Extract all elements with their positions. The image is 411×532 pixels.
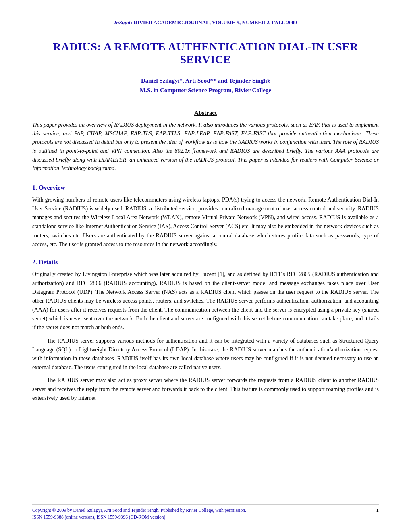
footer-issn: ISSN 1559-9388 (online version), ISSN 15… — [32, 515, 166, 520]
authors-line1: Daniel Szilagyi*, Arti Sood** and Tejind… — [32, 76, 379, 85]
footer-content: Copyright © 2009 by Daniel Szilagyi, Art… — [32, 507, 379, 521]
authors-line2: M.S. in Computer Science Program, Rivier… — [32, 85, 379, 95]
section-1-para-1: With growing numbers of remote users lik… — [32, 195, 379, 249]
paper-title-section: RADIUS: A REMOTE AUTHENTICATION DIAL-IN … — [32, 40, 379, 66]
section-2: 2. Details Originally created by Livings… — [32, 259, 379, 403]
section-2-para-2: The RADIUS server supports various metho… — [32, 337, 379, 372]
journal-citation: InSight: RIVIER ACADEMIC JOURNAL, VOLUME… — [32, 19, 379, 26]
footer-text: Copyright © 2009 by Daniel Szilagyi, Art… — [32, 507, 246, 521]
abstract-text: This paper provides an overview of RADIU… — [32, 121, 379, 173]
section-1-title: 1. Overview — [32, 184, 379, 191]
journal-rest: : RIVIER ACADEMIC JOURNAL, VOLUME 5, NUM… — [131, 19, 297, 25]
page: InSight: RIVIER ACADEMIC JOURNAL, VOLUME… — [0, 0, 411, 532]
section-2-para-3: The RADIUS server may also act as proxy … — [32, 376, 379, 403]
journal-header: InSight: RIVIER ACADEMIC JOURNAL, VOLUME… — [32, 19, 379, 26]
section-1: 1. Overview With growing numbers of remo… — [32, 184, 379, 249]
journal-name: InSight — [114, 19, 130, 25]
authors-section: Daniel Szilagyi*, Arti Sood** and Tejind… — [32, 76, 379, 95]
page-footer: Copyright © 2009 by Daniel Szilagyi, Art… — [32, 504, 379, 521]
section-2-title: 2. Details — [32, 259, 379, 266]
abstract-section: Abstract This paper provides an overview… — [32, 110, 379, 173]
abstract-heading: Abstract — [32, 110, 379, 116]
paper-title: RADIUS: A REMOTE AUTHENTICATION DIAL-IN … — [32, 40, 379, 66]
footer-copyright: Copyright © 2009 by Daniel Szilagyi, Art… — [32, 508, 246, 513]
section-2-para-1: Originally created by Livingston Enterpr… — [32, 270, 379, 332]
footer-page-number: 1 — [376, 507, 379, 513]
